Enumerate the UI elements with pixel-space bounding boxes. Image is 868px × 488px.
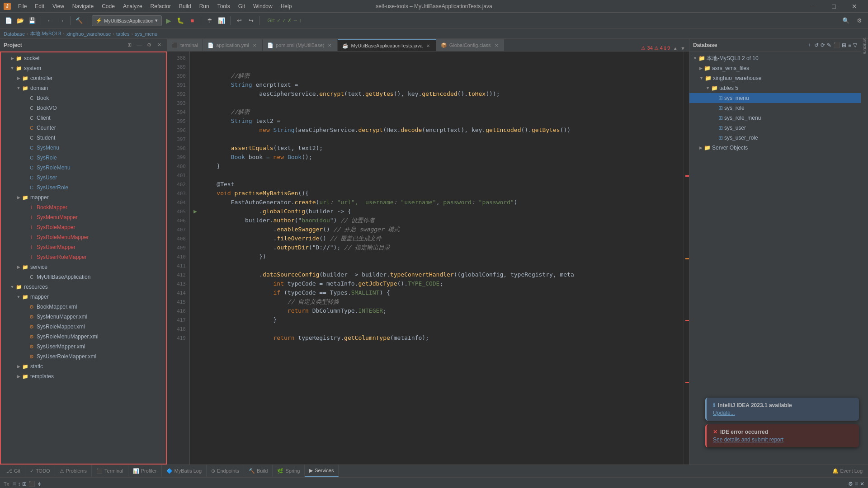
tab-build[interactable]: 🔨 Build <box>244 465 273 477</box>
tree-arrow-icon[interactable]: ▶ <box>15 75 22 81</box>
tab-spring[interactable]: 🌿 Spring <box>273 465 305 477</box>
project-tree-item[interactable]: ⚙BookMapper.xml <box>1 302 166 312</box>
tree-arrow-icon[interactable]: ▼ <box>15 294 22 300</box>
save-button[interactable]: 💾 <box>27 16 37 26</box>
project-tree-item[interactable]: CBook <box>1 93 166 103</box>
project-tree-item[interactable]: ISysRoleMapper <box>1 222 166 232</box>
menu-window[interactable]: Window <box>250 2 276 10</box>
notification-error-link[interactable]: See details and submit report <box>713 436 853 443</box>
back-button[interactable]: ← <box>45 16 55 26</box>
tab-profiler[interactable]: 📊 Profiler <box>128 465 162 477</box>
services-sort-button[interactable]: ↕ <box>18 481 20 487</box>
project-tree-item[interactable]: CSysRoleMenu <box>1 163 166 173</box>
database-tree-item[interactable]: ⊞sys_role <box>689 103 861 113</box>
project-tree-item[interactable]: ISysUserMapper <box>1 242 166 252</box>
services-collapse-all-button[interactable]: ↡ <box>37 481 42 487</box>
project-tree-item[interactable]: ▶📁mapper <box>1 192 166 202</box>
project-collapse-button[interactable]: — <box>135 41 143 49</box>
project-tree-item[interactable]: ⚙SysRoleMenuMapper.xml <box>1 332 166 342</box>
stop-button[interactable]: ■ <box>187 16 197 26</box>
settings-button[interactable]: ⚙ <box>854 16 864 26</box>
db-refresh-button[interactable]: ↺ <box>814 42 819 48</box>
submit-report-link[interactable]: See details and submit report <box>713 436 783 443</box>
project-tree-item[interactable]: CSysUserRole <box>1 183 166 192</box>
notification-idea-link[interactable]: Update... <box>713 410 853 416</box>
project-tree-item[interactable]: CSysUser <box>1 173 166 183</box>
project-tree-item[interactable]: ▶📁templates <box>1 371 166 381</box>
tab-main-java-close[interactable]: ✕ <box>425 42 431 49</box>
db-properties-button[interactable]: ✎ <box>827 42 831 48</box>
breadcrumb-current[interactable]: sys_menu <box>135 31 157 37</box>
project-tree-item[interactable]: CStudent <box>1 133 166 143</box>
database-tree-item[interactable]: ▼📁tables 5 <box>689 83 861 93</box>
project-tree-item[interactable]: ▶📁static <box>1 361 166 371</box>
menu-refactor[interactable]: Refactor <box>147 2 175 10</box>
run-button[interactable]: ▶ <box>164 16 174 26</box>
run-config-dropdown[interactable]: ⚡ MyUtilBaseApplication ▾ <box>92 15 162 26</box>
profile-button[interactable]: 📊 <box>217 16 226 26</box>
tab-global-config[interactable]: 📦 GlobalConfig.class ✕ <box>436 39 505 51</box>
undo-button[interactable]: ↩ <box>234 16 244 26</box>
database-tree-item[interactable]: ⊞sys_role_menu <box>689 113 861 123</box>
minimize-button[interactable]: — <box>803 0 824 13</box>
services-add-button[interactable]: ≡ <box>13 481 16 487</box>
menu-navigate[interactable]: Navigate <box>69 2 97 10</box>
db-console-button[interactable]: ⬛ <box>833 42 840 48</box>
tree-arrow-icon[interactable]: ▼ <box>9 65 15 71</box>
tab-application-yml-close[interactable]: ✕ <box>251 42 258 48</box>
project-tree-item[interactable]: ▼📁mapper <box>1 292 166 302</box>
menu-tools[interactable]: Tools <box>214 2 234 10</box>
db-table-view-button[interactable]: ⊞ <box>842 42 846 48</box>
editor-nav-down[interactable]: ▼ <box>680 46 685 51</box>
tab-git[interactable]: ⎇ Git <box>2 465 25 477</box>
services-group-button[interactable]: ⊞ <box>22 481 27 487</box>
code-area[interactable]: //解密 String encrptText = aesCipherServic… <box>190 52 684 465</box>
forward-button[interactable]: → <box>57 16 66 26</box>
tree-arrow-icon[interactable]: ▶ <box>15 373 22 380</box>
menu-analyze[interactable]: Analyze <box>119 2 146 10</box>
database-tree-item[interactable]: ▶📁asrs_wms_files <box>689 63 861 73</box>
breadcrumb-schema[interactable]: xinghuo_warehouse <box>66 31 111 37</box>
services-settings-button[interactable]: ⚙ <box>848 481 853 487</box>
tree-arrow-icon[interactable]: ▼ <box>15 85 22 91</box>
project-tree-item[interactable]: ⚙SysUserMapper.xml <box>1 342 166 352</box>
menu-git[interactable]: Git <box>235 2 249 10</box>
structure-tab[interactable]: Structure <box>860 41 868 51</box>
redo-button[interactable]: ↪ <box>246 16 256 26</box>
project-tree-item[interactable]: ISysRoleMenuMapper <box>1 232 166 242</box>
update-link[interactable]: Update... <box>713 410 735 416</box>
tree-arrow-icon[interactable]: ▼ <box>9 284 15 290</box>
project-tree-item[interactable]: IBookMapper <box>1 202 166 212</box>
menu-edit[interactable]: Edit <box>31 2 48 10</box>
project-tree-item[interactable]: ▶📁controller <box>1 73 166 83</box>
project-tree-item[interactable]: CClient <box>1 113 166 123</box>
breadcrumb-tables[interactable]: tables <box>116 31 129 37</box>
tab-terminal[interactable]: ⬛ terminal <box>167 39 203 51</box>
debug-button[interactable]: 🐛 <box>175 16 185 26</box>
tab-todo[interactable]: ✓ TODO <box>25 465 55 477</box>
db-filter-button[interactable]: ▽ <box>853 42 857 48</box>
tab-application-yml[interactable]: 📄 application.yml ✕ <box>203 39 263 51</box>
tab-pom-xml[interactable]: 📄 pom.xml (MyUtilBase) ✕ <box>263 39 338 51</box>
database-tree-item[interactable]: ⊞sys_user_role <box>689 133 861 143</box>
project-tree-item[interactable]: ▼📁system <box>1 63 166 73</box>
editor-scrollbar[interactable] <box>684 52 689 465</box>
project-tree-item[interactable]: ▼📁resources <box>1 282 166 292</box>
project-tree-item[interactable]: CMyUtilBaseApplication <box>1 272 166 282</box>
tree-arrow-icon[interactable]: ▶ <box>15 363 22 370</box>
project-tree-item[interactable]: CBookVO <box>1 103 166 113</box>
project-tree-item[interactable]: ▶📁service <box>1 262 166 272</box>
project-tree-item[interactable]: ⚙SysMenuMapper.xml <box>1 312 166 322</box>
project-tree-item[interactable]: CCounter <box>1 123 166 133</box>
tree-arrow-icon[interactable]: ▶ <box>15 194 22 201</box>
database-tree-item[interactable]: ▼📁本地-MySQL8 2 of 10 <box>689 53 861 63</box>
database-tree-item[interactable]: ▼📁xinghuo_warehouse <box>689 73 861 83</box>
project-tree-item[interactable]: CSysMenu <box>1 143 166 153</box>
tab-services[interactable]: ▶ Services <box>305 465 339 477</box>
project-close-button[interactable]: ✕ <box>155 41 163 49</box>
menu-code[interactable]: Code <box>98 2 118 10</box>
project-tree-item[interactable]: ISysMenuMapper <box>1 212 166 222</box>
project-tree-item[interactable]: CSysRole <box>1 153 166 163</box>
menu-build[interactable]: Build <box>175 2 195 10</box>
editor-nav-up[interactable]: ▲ <box>673 46 678 51</box>
